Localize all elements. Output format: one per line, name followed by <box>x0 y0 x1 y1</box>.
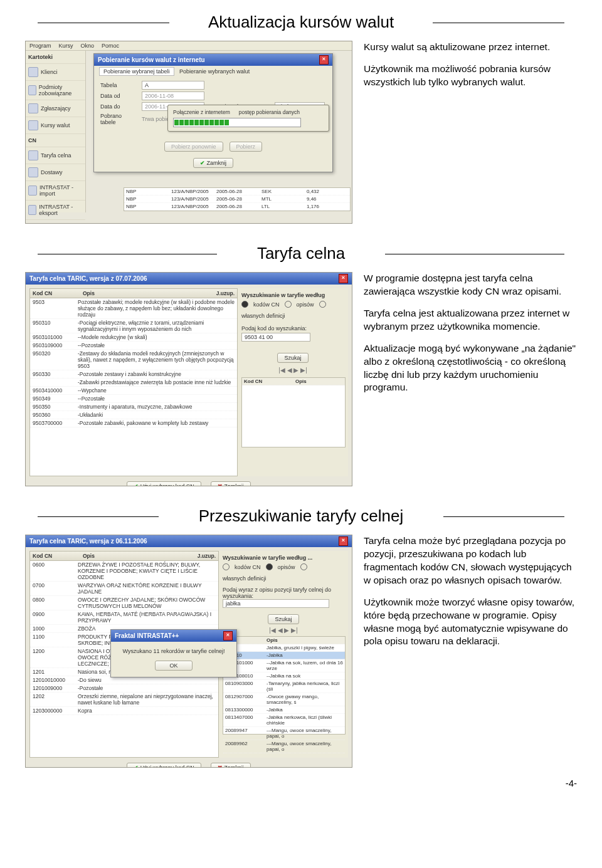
radio-opisow[interactable] <box>285 301 292 308</box>
dialog-text: Wyszukano 11 rekordów w taryfie celnej! <box>117 648 230 654</box>
page-number: -4- <box>0 775 602 796</box>
btn-ok[interactable]: OK <box>155 661 192 671</box>
col-juzup: J.uzup. <box>195 552 218 560</box>
btn-szukaj[interactable]: Szukaj <box>277 353 308 363</box>
sidebar-intrastat-eksport[interactable]: INTRASTAT - eksport <box>26 201 85 220</box>
currency-icon <box>28 120 38 130</box>
screenshot-kursy: Program Kursy Okno Pomoc Kartoteki Klien… <box>25 41 352 224</box>
btn-pobierz[interactable]: Pobierz <box>230 142 263 152</box>
radio-kodow[interactable] <box>223 563 230 570</box>
section2-title: Taryfa celna <box>248 244 354 263</box>
section3-header: Przeszukiwanie taryfy celnej <box>38 506 564 526</box>
rates-grid: NBP123/A/NBP/20052005-06-28SEK0,432 NBP1… <box>124 187 351 211</box>
msg-dialog: Fraktal INTRASTAT++ × Wyszukano 11 rekor… <box>110 629 237 677</box>
lbl-podaj: Podaj wyraz z opisu pozycji taryfy celne… <box>223 587 344 599</box>
sidebar-zglaszajacy[interactable]: Zgłaszający <box>26 100 85 117</box>
btn-zamknij[interactable]: ✖ Zamknij <box>211 481 251 486</box>
lbl-datado: Data do <box>100 103 138 110</box>
truck-icon <box>28 167 38 177</box>
sidebar-klienci[interactable]: Klienci <box>26 64 85 81</box>
lbl-pobrano: Pobrano tabele <box>100 113 138 125</box>
progress-bar <box>173 118 301 127</box>
col-juzup: J.uzup. <box>214 289 237 298</box>
sidebar-group: Kartoteki <box>26 51 85 64</box>
screenshot-przeszukiwanie: Taryfa celna TARIC, wersja z 06.11.2006 … <box>25 535 352 768</box>
arrow-up-icon <box>28 205 36 215</box>
search-panel: Wyszukiwanie w taryfie według kodów CN o… <box>238 288 348 476</box>
tab-wybranych[interactable]: Pobieranie wybranych walut <box>176 68 253 75</box>
search-title: Wyszukiwanie w taryfie według <box>241 292 344 298</box>
close-icon: ✖ <box>218 765 223 768</box>
section3-body: Taryfa celna TARIC, wersja z 06.11.2006 … <box>0 535 602 775</box>
book-icon <box>28 150 38 160</box>
btn-uzyj[interactable]: ✔ Użyj wybrany kod CN <box>127 763 201 768</box>
sidebar-taryfa[interactable]: Taryfa celna <box>26 147 85 164</box>
col-kod: Kod CN <box>30 552 80 560</box>
lbl-dataod: Data od <box>100 93 138 99</box>
close-icon[interactable]: × <box>339 536 348 546</box>
btn-uzyj[interactable]: ✔ Użyj wybrany kod CN <box>127 481 201 486</box>
check-icon: ✔ <box>200 160 205 166</box>
sidebar-dostawy[interactable]: Dostawy <box>26 164 85 181</box>
arrow-down-icon <box>28 186 37 196</box>
section1-body: Program Kursy Okno Pomoc Kartoteki Klien… <box>0 41 602 231</box>
sidebar-kursy[interactable]: Kursy walut <box>26 117 85 134</box>
close-icon[interactable]: × <box>339 274 348 283</box>
folder-icon <box>28 67 38 77</box>
sidebar-cn[interactable]: CN <box>26 134 85 147</box>
section2-text: W programie dostępna jest taryfa celna z… <box>364 272 577 403</box>
menu-program[interactable]: Program <box>29 43 51 49</box>
lbl-tabela: Tabela <box>100 82 138 88</box>
radio-wlasnych[interactable] <box>319 301 326 308</box>
col-kod: Kod CN <box>30 289 80 298</box>
btn-szukaj[interactable]: Szukaj <box>268 614 298 624</box>
taric2-titlebar: Taryfa celna TARIC, wersja z 06.11.2006 … <box>26 535 352 547</box>
search-input[interactable]: 9503 41 00 <box>241 333 310 342</box>
app-sidebar: Kartoteki Klienci Podmioty zobowiązane Z… <box>26 51 86 212</box>
btn-zamknij[interactable]: ✖ Zamknij <box>211 763 251 768</box>
dialog-titlebar: Pobieranie kursów walut z internetu × <box>94 54 332 66</box>
close-icon[interactable]: × <box>319 55 329 65</box>
radio-wlasnych[interactable] <box>300 563 307 570</box>
field-dataod[interactable]: 2006-11-08 <box>142 92 204 100</box>
lbl-podaj: Podaj kod do wyszukania: <box>241 325 344 332</box>
sidebar-vatue[interactable]: VAT-UE <box>26 220 85 224</box>
section3-text: Taryfa celna może być przeglądana pozycj… <box>364 535 577 657</box>
results-empty: Kod CNOpis <box>241 377 346 447</box>
radio-opisow[interactable] <box>266 563 273 570</box>
check-icon: ✔ <box>134 483 139 486</box>
close-icon[interactable]: × <box>223 631 233 641</box>
search-panel-2: Wyszukiwanie w taryfie według ... kodów … <box>219 551 348 758</box>
section1-header: Aktualizacja kursów walut <box>38 13 564 32</box>
doc-icon <box>28 223 38 224</box>
col-opis: Opis <box>80 289 214 298</box>
results-table[interactable]: CNOpis Jabłka, gruszki i pigwy, świeże 0… <box>223 636 346 735</box>
section1-text: Kursy walut są aktulizowane przez intern… <box>364 41 577 98</box>
check-icon: ✔ <box>134 765 139 768</box>
cn-tree[interactable]: Kod CN Opis J.uzup. 9503Pozostałe zabawk… <box>29 288 238 476</box>
section2-body: Taryfa celna TARIC, wersja z 07.07.2006 … <box>0 272 602 494</box>
tab-wybranej[interactable]: Pobieranie wybranej tabeli <box>99 67 174 76</box>
menu-okno[interactable]: Okno <box>81 43 95 49</box>
folder-icon <box>28 103 38 113</box>
menu-bar: Program Kursy Okno Pomoc <box>26 41 352 51</box>
folder-icon <box>28 85 36 95</box>
radio-kodow[interactable] <box>241 301 248 308</box>
menu-pomoc[interactable]: Pomoc <box>102 43 119 49</box>
taric-titlebar: Taryfa celna TARIC, wersja z 07.07.2006 … <box>26 273 352 285</box>
close-icon: ✖ <box>218 483 223 486</box>
pill-label1: Połączenie z internetem <box>173 109 230 115</box>
btn-pobierz-ponownie[interactable]: Pobierz ponownie <box>164 142 223 152</box>
col-opis: Opis <box>80 552 195 560</box>
btn-zamknij[interactable]: ✔ Zamknij <box>193 158 233 168</box>
section3-title: Przeszukiwanie taryfy celnej <box>190 506 413 526</box>
sidebar-intrastat-import[interactable]: INTRASTAT - import <box>26 181 85 201</box>
field-tabela[interactable]: A <box>142 81 204 90</box>
sidebar-podmioty[interactable]: Podmioty zobowiązane <box>26 81 85 100</box>
menu-kursy[interactable]: Kursy <box>59 43 73 49</box>
search-input[interactable]: jabłka <box>223 599 329 608</box>
section2-header: Taryfa celna <box>38 244 564 263</box>
pill-label2: postęp pobierania danych <box>239 109 300 115</box>
section1-title: Aktualizacja kursów walut <box>199 13 403 32</box>
search-title: Wyszukiwanie w taryfie według ... <box>223 555 344 561</box>
